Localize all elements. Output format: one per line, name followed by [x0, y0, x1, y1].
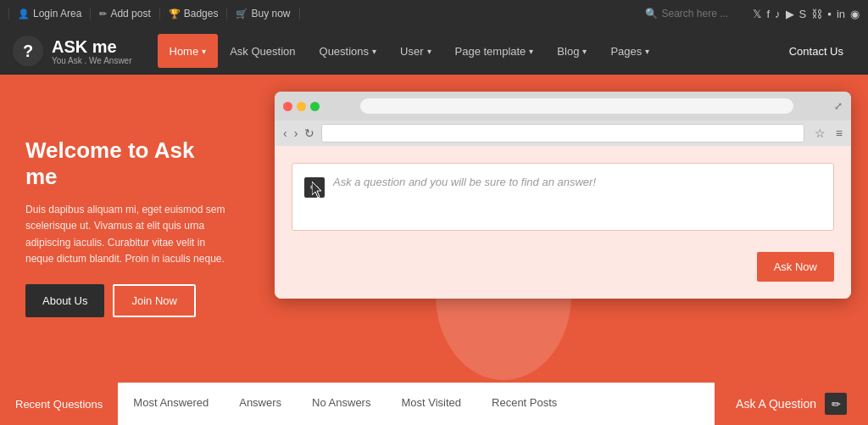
logo-text: ASK me You Ask . We Answer — [52, 37, 132, 65]
chevron-down-icon: ▾ — [372, 47, 376, 56]
search-icon: 🔍 — [645, 8, 658, 20]
browser-nav-row: ‹ › ↻ ☆ ≡ — [275, 120, 851, 146]
cart-icon: 🛒 — [236, 8, 248, 20]
logo-icon: ? — [13, 36, 43, 66]
pencil-box-icon: ✏ — [304, 177, 325, 198]
nav-contact[interactable]: Contact Us — [777, 45, 855, 58]
facebook-icon[interactable]: f — [766, 8, 770, 20]
edit-icon: ✏ — [825, 393, 847, 415]
nav-user[interactable]: User ▾ — [388, 27, 442, 75]
topbar-right: 🔍 𝕏 f ♪ ▶ S ⛓ ▪ in ◉ — [645, 8, 860, 20]
browser-mockup: ⤢ ‹ › ↻ ☆ ≡ ✏ Ask a question and you wil… — [275, 92, 851, 299]
tab-most-answered[interactable]: Most Answered — [118, 383, 224, 425]
youtube-icon[interactable]: ▶ — [786, 8, 794, 20]
tab-answers[interactable]: Answers — [224, 383, 297, 425]
topbar-login-label: Login Area — [33, 8, 81, 20]
browser-address-input[interactable] — [321, 124, 804, 143]
chevron-down-icon: ▾ — [202, 47, 206, 56]
logo-title: ASK me — [52, 37, 132, 56]
tab-most-visited[interactable]: Most Visited — [386, 383, 476, 425]
join-now-button[interactable]: Join Now — [113, 284, 195, 317]
pencil-icon: ✏ — [99, 8, 107, 20]
minimize-window-button[interactable] — [297, 102, 306, 111]
forward-button[interactable]: › — [294, 126, 298, 140]
topbar-left: 👤 Login Area ✏ Add post 🏆 Badges 🛒 Buy n… — [8, 8, 645, 20]
tabs-list: Recent Questions Most Answered Answers N… — [0, 383, 715, 425]
ask-placeholder-text: Ask a question and you will be sure to f… — [333, 176, 596, 188]
nav-page-template[interactable]: Page template ▾ — [443, 27, 546, 75]
back-button[interactable]: ‹ — [283, 126, 287, 140]
hero-section: Welcome to Ask me Duis dapibus aliquam m… — [0, 75, 868, 380]
close-window-button[interactable] — [283, 102, 292, 111]
topbar-login[interactable]: 👤 Login Area — [8, 8, 91, 20]
about-us-button[interactable]: About Us — [25, 284, 104, 317]
browser-topbar: ⤢ — [275, 92, 851, 120]
tab-recent-posts[interactable]: Recent Posts — [476, 383, 572, 425]
bookmark-icon[interactable]: ☆ — [815, 126, 826, 140]
navbar: ? ASK me You Ask . We Answer Home ▾ Ask … — [0, 27, 868, 75]
twitter-icon[interactable]: 𝕏 — [753, 8, 761, 20]
hero-title: Welcome to Ask me — [25, 137, 229, 190]
rss-icon[interactable]: ◉ — [850, 8, 860, 20]
user-icon: 👤 — [18, 8, 30, 20]
topbar-buynow[interactable]: 🛒 Buy now — [227, 8, 299, 20]
browser-window-controls — [283, 102, 320, 111]
search-box[interactable]: 🔍 — [645, 8, 746, 20]
refresh-button[interactable]: ↻ — [304, 126, 314, 140]
nav-pages[interactable]: Pages ▾ — [598, 27, 661, 75]
chevron-down-icon: ▾ — [529, 47, 533, 56]
logo-area[interactable]: ? ASK me You Ask . We Answer — [13, 36, 132, 66]
trophy-icon: 🏆 — [169, 8, 181, 20]
hero-buttons: About Us Join Now — [25, 284, 229, 317]
tiktok-icon[interactable]: ♪ — [775, 8, 781, 20]
nav-questions[interactable]: Questions ▾ — [308, 27, 389, 75]
chevron-down-icon: ▾ — [582, 47, 587, 56]
search-input[interactable] — [661, 8, 746, 20]
ask-input-area[interactable]: ✏ Ask a question and you will be sure to… — [292, 163, 834, 231]
chain-icon[interactable]: ⛓ — [811, 8, 822, 20]
nav-blog[interactable]: Blog ▾ — [545, 27, 598, 75]
chevron-down-icon: ▾ — [645, 47, 649, 56]
top-bar: 👤 Login Area ✏ Add post 🏆 Badges 🛒 Buy n… — [0, 0, 868, 27]
nav-ask-question[interactable]: Ask Question — [218, 27, 307, 75]
topbar-addpost[interactable]: ✏ Add post — [91, 8, 159, 20]
skype-icon[interactable]: S — [799, 8, 807, 20]
square-icon[interactable]: ▪ — [827, 8, 832, 20]
bottom-tabs-bar: Recent Questions Most Answered Answers N… — [0, 380, 868, 425]
tab-recent-questions[interactable]: Recent Questions — [0, 383, 118, 425]
hero-description: Duis dapibus aliquam mi, eget euismod se… — [25, 202, 229, 267]
ask-question-label: Ask A Question — [736, 397, 816, 411]
topbar-badges-label: Badges — [184, 8, 219, 20]
browser-url-bar-top — [360, 98, 793, 114]
nav-items: Home ▾ Ask Question Questions ▾ User ▾ P… — [158, 27, 777, 75]
linkedin-icon[interactable]: in — [837, 8, 845, 20]
ask-a-question-button[interactable]: Ask A Question ✏ — [715, 383, 868, 425]
maximize-window-button[interactable] — [310, 102, 320, 111]
browser-menu-icon[interactable]: ≡ — [836, 126, 843, 140]
browser-body: ✏ Ask a question and you will be sure to… — [275, 146, 851, 299]
hero-left: Welcome to Ask me Duis dapibus aliquam m… — [0, 112, 254, 343]
social-icons: 𝕏 f ♪ ▶ S ⛓ ▪ in ◉ — [753, 8, 860, 20]
topbar-badges[interactable]: 🏆 Badges — [160, 8, 228, 20]
expand-icon[interactable]: ⤢ — [834, 100, 843, 112]
ask-now-button[interactable]: Ask Now — [757, 252, 834, 282]
tab-no-answers[interactable]: No Answers — [297, 383, 386, 425]
topbar-buynow-label: Buy now — [251, 8, 290, 20]
topbar-addpost-label: Add post — [110, 8, 150, 20]
chevron-down-icon: ▾ — [427, 47, 431, 56]
logo-subtitle: You Ask . We Answer — [52, 56, 132, 65]
nav-home[interactable]: Home ▾ — [158, 34, 219, 68]
